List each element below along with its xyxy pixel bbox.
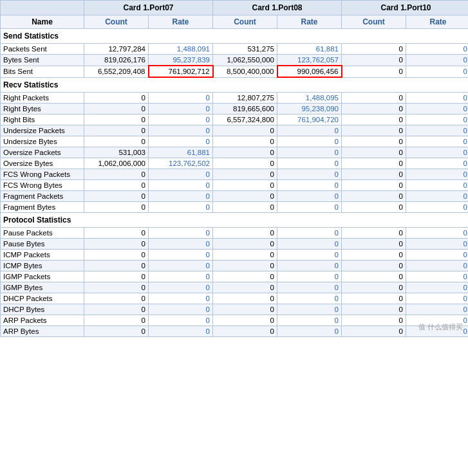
port07-count-cell: 0 bbox=[84, 315, 149, 326]
table-row: Bytes Sent819,026,17695,237,8391,062,550… bbox=[1, 55, 469, 66]
subheader-row: Name Count Rate Count Rate Count Rate bbox=[1, 15, 469, 29]
row-name: Pause Bytes bbox=[1, 239, 84, 250]
row-name: Right Packets bbox=[1, 93, 84, 104]
port08-count-cell: 0 bbox=[213, 158, 277, 169]
port10-rate-cell: 0 bbox=[406, 180, 469, 191]
port07-rate-cell: 761,902,712 bbox=[149, 66, 213, 77]
port07-rate-cell: 0 bbox=[149, 191, 213, 202]
port07-count-cell: 0 bbox=[84, 114, 149, 125]
port07-count-header: Count bbox=[84, 15, 149, 29]
port10-rate-cell: 0 bbox=[406, 104, 469, 114]
port08-count-cell: 0 bbox=[213, 239, 277, 250]
table-row: ICMP Bytes000000 bbox=[1, 261, 469, 271]
port08-count-cell: 0 bbox=[213, 250, 277, 261]
name-col-header bbox=[1, 1, 84, 15]
table-row: Packets Sent12,797,2841,488,091531,27561… bbox=[1, 44, 469, 55]
port-header-row: Card 1.Port07 Card 1.Port08 Card 1.Port1… bbox=[1, 1, 469, 15]
port10-rate-cell: 0 bbox=[406, 136, 469, 147]
port08-count-cell: 0 bbox=[213, 282, 277, 293]
port07-count-cell: 0 bbox=[84, 93, 149, 104]
port08-count-cell: 0 bbox=[213, 228, 277, 239]
port08-rate-cell: 0 bbox=[277, 228, 342, 239]
port07-rate-cell: 0 bbox=[149, 293, 213, 304]
port08-rate-cell: 0 bbox=[277, 293, 342, 304]
port10-count-cell: 0 bbox=[342, 228, 406, 239]
port08-count-cell: 0 bbox=[213, 169, 277, 180]
port07-rate-cell: 95,237,839 bbox=[149, 55, 213, 66]
stats-table-wrapper: Card 1.Port07 Card 1.Port08 Card 1.Port1… bbox=[0, 0, 468, 337]
port07-rate-cell: 0 bbox=[149, 202, 213, 213]
port10-count-cell: 0 bbox=[342, 104, 406, 114]
port07-count-cell: 0 bbox=[84, 271, 149, 282]
port08-rate-cell: 0 bbox=[277, 158, 342, 169]
table-row: ARP Bytes000000 bbox=[1, 326, 469, 337]
row-name: Undersize Bytes bbox=[1, 136, 84, 147]
port10-count-cell: 0 bbox=[342, 271, 406, 282]
port10-count-cell: 0 bbox=[342, 202, 406, 213]
port08-count-cell: 6,557,324,800 bbox=[213, 114, 277, 125]
port07-count-cell: 531,003 bbox=[84, 147, 149, 158]
row-name: FCS Wrong Packets bbox=[1, 169, 84, 180]
row-name: Pause Packets bbox=[1, 228, 84, 239]
port07-count-cell: 12,797,284 bbox=[84, 44, 149, 55]
table-row: Oversize Packets531,00361,8810000 bbox=[1, 147, 469, 158]
port08-rate-cell: 0 bbox=[277, 147, 342, 158]
port08-rate-cell: 1,488,095 bbox=[277, 93, 342, 104]
port08-count-cell: 531,275 bbox=[213, 44, 277, 55]
row-name: Fragment Packets bbox=[1, 191, 84, 202]
port10-rate-cell: 0 bbox=[406, 93, 469, 104]
port07-count-cell: 0 bbox=[84, 282, 149, 293]
port07-rate-cell: 0 bbox=[149, 114, 213, 125]
port07-rate-cell: 0 bbox=[149, 282, 213, 293]
port10-rate-cell: 0 bbox=[406, 293, 469, 304]
port10-count-header: Count bbox=[342, 15, 406, 29]
port10-rate-cell: 0 bbox=[406, 282, 469, 293]
port08-count-cell: 0 bbox=[213, 271, 277, 282]
port08-rate-cell: 61,881 bbox=[277, 44, 342, 55]
port08-count-cell: 0 bbox=[213, 202, 277, 213]
port07-count-cell: 0 bbox=[84, 191, 149, 202]
table-row: Fragment Bytes000000 bbox=[1, 202, 469, 213]
table-row: Bits Sent6,552,209,408761,902,7128,500,4… bbox=[1, 66, 469, 77]
port08-count-cell: 0 bbox=[213, 191, 277, 202]
row-name: Oversize Packets bbox=[1, 147, 84, 158]
port08-rate-cell: 0 bbox=[277, 239, 342, 250]
port10-count-cell: 0 bbox=[342, 282, 406, 293]
section-header-2: Protocol Statistics bbox=[1, 213, 469, 228]
row-name: ICMP Bytes bbox=[1, 261, 84, 271]
port08-count-cell: 0 bbox=[213, 304, 277, 315]
row-name: ARP Packets bbox=[1, 315, 84, 326]
table-row: FCS Wrong Bytes000000 bbox=[1, 180, 469, 191]
table-row: IGMP Bytes000000 bbox=[1, 282, 469, 293]
port07-rate-cell: 0 bbox=[149, 326, 213, 337]
row-name: DHCP Packets bbox=[1, 293, 84, 304]
port07-rate-cell: 0 bbox=[149, 125, 213, 136]
port07-rate-cell: 0 bbox=[149, 304, 213, 315]
port10-rate-cell: 0 bbox=[406, 304, 469, 315]
port07-rate-cell: 0 bbox=[149, 261, 213, 271]
port08-count-cell: 1,062,550,000 bbox=[213, 55, 277, 66]
port08-header: Card 1.Port08 bbox=[213, 1, 342, 15]
port08-count-cell: 0 bbox=[213, 293, 277, 304]
port08-rate-cell: 0 bbox=[277, 202, 342, 213]
port07-rate-cell: 0 bbox=[149, 315, 213, 326]
row-name: Packets Sent bbox=[1, 44, 84, 55]
row-name: Bytes Sent bbox=[1, 55, 84, 66]
section-header-1: Recv Statistics bbox=[1, 77, 469, 93]
table-row: DHCP Bytes000000 bbox=[1, 304, 469, 315]
row-name: ARP Bytes bbox=[1, 326, 84, 337]
port07-rate-cell: 0 bbox=[149, 169, 213, 180]
port07-rate-cell: 0 bbox=[149, 136, 213, 147]
table-row: Oversize Bytes1,062,006,000123,762,50200… bbox=[1, 158, 469, 169]
port08-rate-cell: 0 bbox=[277, 136, 342, 147]
port07-count-cell: 0 bbox=[84, 304, 149, 315]
port07-rate-cell: 0 bbox=[149, 180, 213, 191]
table-row: Fragment Packets000000 bbox=[1, 191, 469, 202]
port10-count-cell: 0 bbox=[342, 158, 406, 169]
port08-rate-cell: 123,762,057 bbox=[277, 55, 342, 66]
section-header-0: Send Statistics bbox=[1, 29, 469, 44]
port10-rate-cell: 0 bbox=[406, 261, 469, 271]
port10-count-cell: 0 bbox=[342, 180, 406, 191]
row-name: Oversize Bytes bbox=[1, 158, 84, 169]
port07-count-cell: 0 bbox=[84, 293, 149, 304]
